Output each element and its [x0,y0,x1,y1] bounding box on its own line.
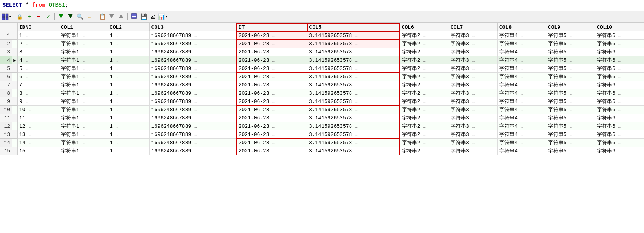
cell-rownum: 10 [0,106,12,114]
cell-col3: 1696248667889 … [149,64,236,73]
sql-editor[interactable]: SELECT * from OTBS1; [0,0,644,11]
cell-rownum: 3 [0,48,12,56]
cell-col10: 字符串6 … [595,106,644,114]
cell-col10: 字符串6 … [595,31,644,40]
cell-idno: 1 … [18,31,59,40]
cell-col9: 字符串5 … [546,31,595,40]
cell-col2: 1 … [108,48,149,56]
cell-col1: 字符串1 … [59,48,108,56]
table-row[interactable]: 88 …字符串1 …1 …1696248667889 …2021-06-23 …… [0,89,644,97]
cell-rownum: 15 [0,147,12,155]
header-idno[interactable]: IDNO [18,23,59,31]
cell-dt: 2021-06-23 … [237,97,307,106]
header-indicator [12,23,18,31]
cell-col10: 字符串6 … [595,73,644,81]
table-row[interactable]: 1111 …字符串1 …1 …1696248667889 …2021-06-23… [0,114,644,122]
delete-button[interactable]: − [34,13,43,21]
arrow-up-button[interactable] [117,13,125,21]
check-icon: ✓ [46,13,50,20]
svg-rect-1 [6,14,8,17]
table-row[interactable]: 11 …字符串1 …1 …1696248667889 …2021-06-23 …… [0,31,644,40]
header-col7[interactable]: COL7 [449,23,498,31]
cell-dt: 2021-06-23 … [237,64,307,73]
save-button[interactable]: 💾 [139,13,148,21]
svg-rect-9 [132,15,136,15]
cell-col7: 字符串3 … [449,97,498,106]
header-dt[interactable]: DT [237,23,307,31]
sql-button[interactable] [130,13,138,21]
cell-col8: 字符串4 … [498,81,546,89]
table-row[interactable]: 1010 …字符串1 …1 …1696248667889 …2021-06-23… [0,106,644,114]
table-row[interactable]: 55 …字符串1 …1 …1696248667889 …2021-06-23 …… [0,64,644,73]
table-row[interactable]: 66 …字符串1 …1 …1696248667889 …2021-06-23 …… [0,73,644,81]
cell-rownum: 7 [0,81,12,89]
cell-col5: 3.141592653578 … [307,106,400,114]
cell-col10: 字符串6 … [595,89,644,97]
cell-dt: 2021-06-23 … [237,130,307,139]
cell-dt: 2021-06-23 … [237,89,307,97]
lock-button[interactable]: 🔒 [15,13,24,21]
table-row[interactable]: 33 …字符串1 …1 …1696248667889 …2021-06-23 …… [0,48,644,56]
table-row[interactable]: 1313 …字符串1 …1 …1696248667889 …2021-06-23… [0,130,644,139]
cell-col9: 字符串5 … [546,106,595,114]
copy-button[interactable]: 📋 [98,13,107,21]
header-col5[interactable]: COL5 [307,23,400,31]
table-row[interactable]: 1212 …字符串1 …1 …1696248667889 …2021-06-23… [0,122,644,130]
search-button[interactable]: 🔍 [75,13,84,21]
cell-rownum: 8 [0,89,12,97]
cell-dt: 2021-06-23 … [237,122,307,130]
table-row[interactable]: 22 …字符串1 …1 …1696248667889 …2021-06-23 …… [0,40,644,48]
cell-rownum: 6 [0,73,12,81]
cell-col2: 1 … [108,89,149,97]
chart-button[interactable]: 📊 ▾ [158,13,167,20]
cell-col2: 1 … [108,97,149,106]
table-row[interactable]: 77 …字符串1 …1 …1696248667889 …2021-06-23 …… [0,81,644,89]
cell-col8: 字符串4 … [498,114,546,122]
cell-col1: 字符串1 … [59,106,108,114]
cell-col5: 3.141592653578 … [307,147,400,155]
cell-col3: 1696248667889 … [149,73,236,81]
cell-col10: 字符串6 … [595,114,644,122]
cell-col9: 字符串5 … [546,89,595,97]
cell-indicator [12,40,18,48]
cell-col1: 字符串1 … [59,97,108,106]
cell-col9: 字符串5 … [546,73,595,81]
filter-all-button[interactable] [66,13,75,21]
cell-col8: 字符串4 … [498,31,546,40]
cell-col3: 1696248667889 … [149,114,236,122]
header-col10[interactable]: COL10 [595,23,644,31]
cell-col9: 字符串5 … [546,130,595,139]
header-col2[interactable]: COL2 [108,23,149,31]
cell-col8: 字符串4 … [498,48,546,56]
cell-col8: 字符串4 … [498,122,546,130]
cell-indicator [12,73,18,81]
table-row[interactable]: 99 …字符串1 …1 …1696248667889 …2021-06-23 …… [0,97,644,106]
clear-button[interactable]: ✏ [85,13,94,21]
header-col3[interactable]: COL3 [149,23,236,31]
header-col6[interactable]: COL6 [400,23,449,31]
header-col8[interactable]: COL8 [498,23,546,31]
cell-col1: 字符串1 … [59,139,108,147]
copy-icon: 📋 [99,13,106,20]
header-col1[interactable]: COL1 [59,23,108,31]
table-row[interactable]: 1414 …字符串1 …1 …1696248667889 …2021-06-23… [0,139,644,147]
cell-rownum: 9 [0,97,12,106]
table-row[interactable]: 1515 …字符串1 …1 …1696248667889 …2021-06-23… [0,147,644,155]
arrow-down-button[interactable] [107,13,116,21]
cell-dt: 2021-06-23 … [237,31,307,40]
cell-dt: 2021-06-23 … [237,48,307,56]
toolbar-separator-4 [127,13,128,20]
confirm-button[interactable]: ✓ [44,13,52,21]
cell-col6: 字符串2 … [400,147,449,155]
table-row[interactable]: 4▶4 …字符串1 …1 …1696248667889 …2021-06-23 … [0,56,644,64]
cell-col6: 字符串2 … [400,97,449,106]
grid-toggle-btn[interactable]: ▾ [2,13,11,20]
add-button[interactable]: + [25,13,33,21]
cell-rownum: 11 [0,114,12,122]
cell-col9: 字符串5 … [546,56,595,64]
cell-col3: 1696248667889 … [149,40,236,48]
header-col9[interactable]: COL9 [546,23,595,31]
cell-indicator: ▶ [12,56,18,64]
print-button[interactable]: 🖨 [149,13,157,21]
filter-down-button[interactable] [57,13,65,21]
